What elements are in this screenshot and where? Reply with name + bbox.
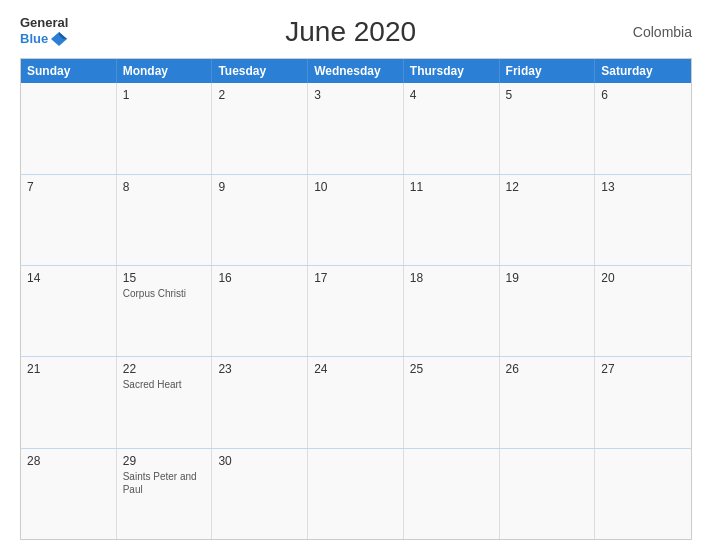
day-number: 7 [27, 180, 110, 194]
calendar-week: 1415Corpus Christi1617181920 [21, 265, 691, 356]
logo: General Blue [20, 16, 68, 48]
day-number: 16 [218, 271, 301, 285]
calendar-cell: 12 [500, 175, 596, 265]
day-of-week-header: Tuesday [212, 59, 308, 83]
day-number: 18 [410, 271, 493, 285]
calendar-header: SundayMondayTuesdayWednesdayThursdayFrid… [21, 59, 691, 83]
calendar-cell: 3 [308, 83, 404, 173]
calendar-cell: 13 [595, 175, 691, 265]
day-number: 25 [410, 362, 493, 376]
day-number: 10 [314, 180, 397, 194]
header: General Blue June 2020 Colombia [20, 16, 692, 48]
day-number: 30 [218, 454, 301, 468]
logo-flag-icon [50, 30, 68, 48]
day-of-week-header: Sunday [21, 59, 117, 83]
calendar-cell: 30 [212, 449, 308, 539]
day-number: 20 [601, 271, 685, 285]
calendar-cell [500, 449, 596, 539]
day-number: 15 [123, 271, 206, 285]
logo-general-text: General [20, 16, 68, 30]
day-number: 3 [314, 88, 397, 102]
calendar: SundayMondayTuesdayWednesdayThursdayFrid… [20, 58, 692, 540]
day-number: 27 [601, 362, 685, 376]
day-number: 22 [123, 362, 206, 376]
day-number: 1 [123, 88, 206, 102]
calendar-cell: 2 [212, 83, 308, 173]
calendar-cell: 15Corpus Christi [117, 266, 213, 356]
calendar-cell: 29Saints Peter and Paul [117, 449, 213, 539]
calendar-cell: 19 [500, 266, 596, 356]
calendar-cell: 7 [21, 175, 117, 265]
calendar-week: 2122Sacred Heart2324252627 [21, 356, 691, 447]
day-number: 28 [27, 454, 110, 468]
day-number: 13 [601, 180, 685, 194]
calendar-week: 78910111213 [21, 174, 691, 265]
calendar-cell: 25 [404, 357, 500, 447]
calendar-cell: 17 [308, 266, 404, 356]
day-number: 21 [27, 362, 110, 376]
day-number: 11 [410, 180, 493, 194]
day-number: 14 [27, 271, 110, 285]
day-number: 12 [506, 180, 589, 194]
day-number: 9 [218, 180, 301, 194]
calendar-cell: 14 [21, 266, 117, 356]
day-number: 5 [506, 88, 589, 102]
calendar-week: 123456 [21, 83, 691, 173]
month-title: June 2020 [285, 16, 416, 48]
day-of-week-header: Monday [117, 59, 213, 83]
day-number: 26 [506, 362, 589, 376]
day-of-week-header: Saturday [595, 59, 691, 83]
calendar-cell: 1 [117, 83, 213, 173]
day-of-week-header: Thursday [404, 59, 500, 83]
calendar-cell: 6 [595, 83, 691, 173]
calendar-cell [21, 83, 117, 173]
day-number: 29 [123, 454, 206, 468]
calendar-cell: 8 [117, 175, 213, 265]
calendar-cell [404, 449, 500, 539]
day-number: 2 [218, 88, 301, 102]
calendar-cell: 4 [404, 83, 500, 173]
calendar-cell: 18 [404, 266, 500, 356]
calendar-cell: 24 [308, 357, 404, 447]
calendar-cell: 10 [308, 175, 404, 265]
calendar-cell: 27 [595, 357, 691, 447]
page: General Blue June 2020 Colombia SundayMo… [0, 0, 712, 550]
day-number: 24 [314, 362, 397, 376]
day-number: 19 [506, 271, 589, 285]
calendar-cell: 23 [212, 357, 308, 447]
day-number: 23 [218, 362, 301, 376]
day-of-week-header: Wednesday [308, 59, 404, 83]
calendar-cell: 5 [500, 83, 596, 173]
calendar-cell: 21 [21, 357, 117, 447]
holiday-label: Sacred Heart [123, 378, 206, 391]
day-of-week-header: Friday [500, 59, 596, 83]
calendar-week: 2829Saints Peter and Paul30 [21, 448, 691, 539]
country-label: Colombia [633, 24, 692, 40]
holiday-label: Corpus Christi [123, 287, 206, 300]
calendar-cell [308, 449, 404, 539]
day-number: 17 [314, 271, 397, 285]
calendar-cell: 26 [500, 357, 596, 447]
day-number: 8 [123, 180, 206, 194]
calendar-cell: 11 [404, 175, 500, 265]
calendar-cell [595, 449, 691, 539]
day-number: 4 [410, 88, 493, 102]
calendar-cell: 9 [212, 175, 308, 265]
day-number: 6 [601, 88, 685, 102]
calendar-cell: 16 [212, 266, 308, 356]
calendar-cell: 20 [595, 266, 691, 356]
calendar-body: 123456789101112131415Corpus Christi16171… [21, 83, 691, 539]
holiday-label: Saints Peter and Paul [123, 470, 206, 496]
calendar-cell: 28 [21, 449, 117, 539]
logo-blue-text: Blue [20, 32, 48, 46]
calendar-cell: 22Sacred Heart [117, 357, 213, 447]
